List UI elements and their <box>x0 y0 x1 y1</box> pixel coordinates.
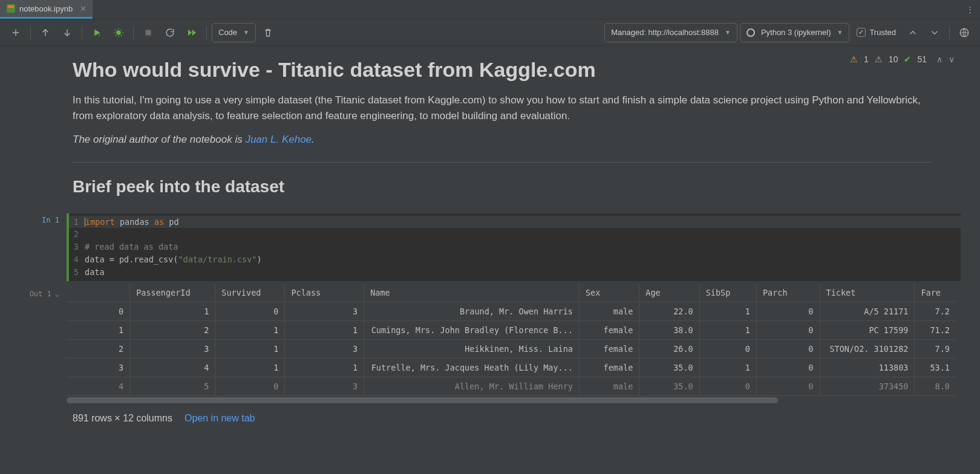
svg-text:I: I <box>99 33 100 37</box>
author-prefix: The original author of the notebook is <box>73 134 245 145</box>
collapse-up-button[interactable] <box>903 23 923 42</box>
tab-bar: notebook.ipynb ✕ ⋮ <box>0 0 980 19</box>
close-icon[interactable]: ✕ <box>80 4 87 13</box>
open-in-new-tab-link[interactable]: Open in new tab <box>185 413 255 424</box>
cell-type-dropdown[interactable]: Code ▼ <box>212 23 256 42</box>
intro-paragraph: In this tutorial, I'm going to use a ver… <box>73 93 932 123</box>
chevron-up-icon[interactable]: ∧ <box>936 54 942 64</box>
svg-point-3 <box>116 30 121 35</box>
table-row[interactable]: 4503Allen, Mr. William Henrymale35.00037… <box>67 377 956 396</box>
trusted-label: Trusted <box>869 28 896 37</box>
collapse-down-button[interactable] <box>925 23 944 42</box>
chevron-down-icon: ▼ <box>725 29 731 36</box>
output-cell: Out 1 ⌄ ⋮ PassengerId Survived Pclass <box>12 284 980 404</box>
server-label: Managed: http://localhost:8888 <box>611 28 719 37</box>
code-editor[interactable]: 1import pandas as pd 2 3# read data as d… <box>67 213 961 282</box>
output-prompt: Out 1 ⌄ <box>12 284 67 404</box>
tab-filename: notebook.ipynb <box>19 4 73 13</box>
table-header-row: PassengerId Survived Pclass Name Sex Age… <box>67 284 956 302</box>
run-cell-button[interactable]: I <box>87 23 106 42</box>
chevron-down-icon: ▼ <box>243 29 249 36</box>
ok-icon: ✔ <box>904 54 911 64</box>
divider <box>73 162 932 163</box>
file-tab[interactable]: notebook.ipynb ✕ <box>0 0 93 19</box>
dataframe-table[interactable]: PassengerId Survived Pclass Name Sex Age… <box>67 284 956 396</box>
chevron-down-icon[interactable]: ⌄ <box>55 290 59 298</box>
debug-button[interactable] <box>109 23 128 42</box>
author-link[interactable]: Juan L. Kehoe <box>245 134 312 145</box>
author-suffix: . <box>312 134 315 145</box>
weak-warning-icon: ⚠ <box>875 54 883 64</box>
output-footer: 891 rows × 12 columns Open in new tab <box>73 413 980 424</box>
warning-icon: ⚠ <box>850 54 858 64</box>
table-row[interactable]: 2313Heikkinen, Miss. Lainafemale26.000ST… <box>67 340 956 359</box>
author-paragraph: The original author of the notebook is J… <box>73 132 932 148</box>
row-summary: 891 rows × 12 columns <box>73 413 172 424</box>
move-up-button[interactable] <box>36 23 55 42</box>
svg-rect-1 <box>8 5 14 8</box>
table-row[interactable]: 0103Braund, Mr. Owen Harrismale22.010A/5… <box>67 302 956 321</box>
page-title: Who would survive - Titanic dataset from… <box>73 58 932 82</box>
horizontal-scrollbar[interactable] <box>67 397 956 404</box>
table-row[interactable]: 1211Cumings, Mrs. John Bradley (Florence… <box>67 321 956 340</box>
chevron-down-icon: ▼ <box>837 29 843 36</box>
input-prompt: In 1 <box>12 213 67 282</box>
ok-count: 51 <box>917 54 927 64</box>
server-dropdown[interactable]: Managed: http://localhost:8888 ▼ <box>604 23 737 42</box>
warning-count: 1 <box>864 54 869 64</box>
notebook-body: ⚠1 ⚠10 ✔51 ∧ ∨ Who would survive - Titan… <box>0 46 980 474</box>
weak-warning-count: 10 <box>889 54 898 64</box>
inspection-status[interactable]: ⚠1 ⚠10 ✔51 ∧ ∨ <box>850 54 955 64</box>
stop-button[interactable] <box>139 23 158 42</box>
tab-overflow-icon[interactable]: ⋮ <box>960 0 980 19</box>
trusted-toggle[interactable]: ✓ Trusted <box>852 28 901 37</box>
globe-icon[interactable] <box>955 23 974 42</box>
kernel-label: Python 3 (ipykernel) <box>761 28 831 37</box>
cell-type-label: Code <box>218 28 237 37</box>
table-row[interactable]: 3411Futrelle, Mrs. Jacques Heath (Lily M… <box>67 359 956 377</box>
toolbar: I Code ▼ Managed: http://localhost:8888 … <box>0 19 980 46</box>
jupyter-icon <box>6 4 16 13</box>
checkbox-icon: ✓ <box>857 28 866 37</box>
code-cell[interactable]: In 1 1import pandas as pd 2 3# read data… <box>12 213 980 282</box>
delete-button[interactable] <box>258 23 278 42</box>
add-cell-button[interactable] <box>6 23 25 42</box>
move-down-button[interactable] <box>57 23 77 42</box>
kernel-dropdown[interactable]: Python 3 (ipykernel) ▼ <box>740 23 850 42</box>
kernel-status-icon <box>746 28 755 37</box>
section-title: Brief peek into the dataset <box>73 177 932 196</box>
run-all-button[interactable] <box>182 23 201 42</box>
chevron-down-icon[interactable]: ∨ <box>949 54 955 64</box>
restart-button[interactable] <box>160 23 180 42</box>
svg-rect-4 <box>146 30 151 35</box>
